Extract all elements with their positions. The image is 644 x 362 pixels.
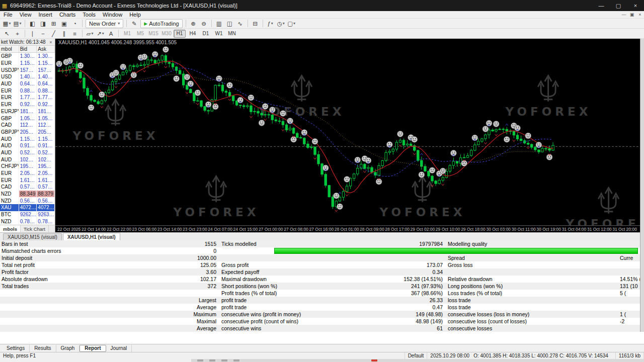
- hline-icon[interactable]: −: [38, 29, 48, 38]
- tester-tab-graph[interactable]: Graph: [56, 345, 80, 352]
- timeframe-m30[interactable]: M30: [160, 30, 173, 38]
- vertical-scrollbar[interactable]: [640, 39, 644, 332]
- report-label: Total net profit: [0, 262, 117, 268]
- zoom-out-icon[interactable]: ⊖: [199, 19, 209, 28]
- channel-icon[interactable]: ∥: [59, 29, 69, 38]
- chart-window[interactable]: XAUUSD,H1 4001.045 4006.248 3995.955 400…: [55, 39, 644, 232]
- timeframe-m15[interactable]: M15: [147, 30, 159, 38]
- crosshair-icon[interactable]: +: [13, 29, 22, 38]
- child-restore-button[interactable]: ▣: [628, 12, 636, 17]
- market-watch-tab-mbols[interactable]: mbols: [0, 225, 21, 232]
- timeframe-m5[interactable]: M5: [134, 30, 146, 38]
- maximize-button[interactable]: ▢: [610, 0, 627, 11]
- market-watch-row-gbpjpy[interactable]: GBPJPY205…205…: [0, 129, 55, 136]
- taskbar-app-icon-red[interactable]: [371, 359, 377, 361]
- bar-chart-icon[interactable]: ▥: [214, 19, 224, 28]
- toolbar-separator: [248, 20, 248, 27]
- autotrading-button[interactable]: ▶AutoTrading: [140, 19, 182, 28]
- shapes-icon[interactable]: ▱▾: [85, 29, 95, 38]
- close-button[interactable]: ×: [627, 0, 644, 11]
- fibo-icon[interactable]: ≡: [70, 29, 79, 38]
- vline-icon[interactable]: ∣: [28, 29, 37, 38]
- taskbar-icons[interactable]: [191, 359, 644, 362]
- market-watch-row-eurjpy[interactable]: EURJPY181…181…: [0, 108, 55, 115]
- tester-tab-report[interactable]: Report: [79, 345, 106, 352]
- timeframe-mn[interactable]: MN: [226, 30, 238, 38]
- menu-help[interactable]: Help: [126, 12, 144, 18]
- arrows-icon[interactable]: ↗▾: [96, 29, 105, 38]
- market-watch-row-gbp[interactable]: GBP1.05…1.05…: [0, 115, 55, 122]
- child-minimize-button[interactable]: —: [620, 12, 628, 17]
- market-watch-row-cad[interactable]: CAD112…112…: [0, 122, 55, 129]
- market-watch-row-eur[interactable]: EUR1.61…1.61…: [0, 176, 55, 184]
- market-watch-row-eur[interactable]: EUR0.92…0.92…: [0, 101, 55, 108]
- dropdown-icon: ▾: [271, 21, 273, 26]
- new-order-button[interactable]: New Order▾: [86, 19, 123, 28]
- taskbar-app-icon[interactable]: [233, 359, 239, 361]
- market-watch-row-btc[interactable]: BTC9262…9263…: [0, 211, 55, 218]
- menu-view[interactable]: View: [16, 12, 35, 18]
- price-chart-canvas[interactable]: [55, 39, 644, 225]
- market-watch-icon[interactable]: ◧: [28, 19, 37, 28]
- minimize-button[interactable]: —: [593, 0, 610, 11]
- timeframe-m1[interactable]: M1: [121, 30, 133, 38]
- menu-window[interactable]: Window: [99, 12, 126, 18]
- market-watch-row-nzd[interactable]: NZD88.34988.379: [0, 191, 55, 198]
- market-watch-close-icon[interactable]: ×: [48, 40, 54, 45]
- menu-tools[interactable]: Tools: [79, 12, 99, 18]
- menu-charts[interactable]: Charts: [56, 12, 79, 18]
- trendline-icon[interactable]: ╱: [49, 29, 58, 38]
- market-watch-row-usdjpy[interactable]: USDJPY157…157…: [0, 66, 55, 73]
- periods-icon[interactable]: ◷▾: [276, 19, 286, 28]
- chart-tab-xauusd-m15-visual-[interactable]: XAUUSD,M15 (visual): [3, 233, 62, 240]
- cursor-icon[interactable]: ↖: [2, 29, 12, 38]
- text-icon[interactable]: A: [106, 29, 116, 38]
- new-chart-icon[interactable]: ▦▾: [2, 19, 12, 28]
- terminal-icon[interactable]: ▣: [59, 19, 69, 28]
- line-chart-icon[interactable]: ∿: [235, 19, 245, 28]
- market-watch-row-aud[interactable]: AUD0.64…0.64…: [0, 80, 55, 87]
- market-watch-row-gbp[interactable]: GBP1.30…1.30…: [0, 53, 55, 60]
- timeframe-h4[interactable]: H4: [187, 30, 199, 38]
- taskbar-app-icon[interactable]: [221, 359, 227, 361]
- child-close-button[interactable]: ×: [636, 12, 644, 17]
- report-row: Averageconsecutive wins61consecutive los…: [0, 325, 644, 332]
- market-watch-row-cad[interactable]: CAD0.57…0.57…: [0, 184, 55, 191]
- metaeditor-icon[interactable]: ✎: [129, 19, 139, 28]
- taskbar-app-icon[interactable]: [197, 359, 203, 361]
- indicators-icon[interactable]: ƒ▾: [266, 19, 275, 28]
- profiles-icon[interactable]: ▤▾: [13, 19, 22, 28]
- timeframe-d1[interactable]: D1: [200, 30, 212, 38]
- zoom-in-icon[interactable]: ⊕: [189, 19, 198, 28]
- market-watch-row-eur[interactable]: EUR1.15…1.15…: [0, 60, 55, 67]
- timeframe-h1[interactable]: H1: [174, 30, 186, 38]
- tester-tab-journal[interactable]: Journal: [106, 345, 132, 352]
- tester-tab-results[interactable]: Results: [30, 345, 56, 352]
- arrange-windows-icon[interactable]: ⊟: [251, 19, 260, 28]
- market-watch-row-aud[interactable]: AUD1.15…1.15…: [0, 135, 55, 142]
- market-watch-row-chfjpy[interactable]: CHFJPY195…195…: [0, 163, 55, 170]
- navigator-icon[interactable]: ⊞: [49, 19, 58, 28]
- market-watch-row-usd[interactable]: USD1.40…1.40…: [0, 73, 55, 80]
- tester-tab-settings[interactable]: Settings: [2, 345, 30, 352]
- candlestick-chart-icon[interactable]: ◫: [225, 19, 234, 28]
- market-watch-row-nzd[interactable]: NZD0.78…0.78…: [0, 218, 55, 225]
- templates-icon[interactable]: ▢▾: [287, 19, 296, 28]
- market-watch-row-eur[interactable]: EUR2.05…2.05…: [0, 170, 55, 177]
- market-watch-tab-tick-chart[interactable]: Tick Chart: [21, 225, 49, 232]
- taskbar-app-icon[interactable]: [209, 359, 215, 361]
- market-watch-row-xau[interactable]: XAU4072…4072…: [0, 204, 55, 211]
- market-watch-row-aud[interactable]: AUD0.52…0.52…: [0, 149, 55, 156]
- timeframe-w1[interactable]: W1: [213, 30, 225, 38]
- data-window-icon[interactable]: ◨: [38, 19, 48, 28]
- market-watch-row-nzd[interactable]: NZD0.56…0.56…: [0, 197, 55, 204]
- status-profile[interactable]: Default: [405, 352, 428, 359]
- market-watch-row-aud[interactable]: AUD0.91…0.91…: [0, 142, 55, 149]
- market-watch-row-aud[interactable]: AUD102…102…: [0, 156, 55, 163]
- chart-tab-xauusd-h1-visual-[interactable]: XAUUSD,H1 (visual): [63, 233, 120, 240]
- market-watch-row-eur[interactable]: EUR0.88…0.88…: [0, 87, 55, 94]
- strategy-tester-icon[interactable]: ◔: [70, 19, 79, 28]
- menu-insert[interactable]: Insert: [35, 12, 56, 18]
- menu-file[interactable]: File: [0, 12, 16, 18]
- market-watch-row-eur[interactable]: EUR1.77…1.77…: [0, 94, 55, 101]
